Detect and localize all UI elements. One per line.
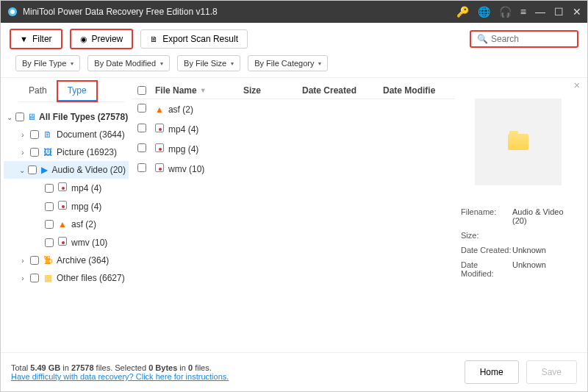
svg-point-1 xyxy=(10,10,15,14)
by-file-type-dropdown[interactable]: By File Type▾ xyxy=(15,55,80,71)
tree-node-asf[interactable]: ▲ asf (2) xyxy=(4,215,129,233)
collapse-icon[interactable]: ⌄ xyxy=(7,113,12,121)
expand-icon[interactable]: › xyxy=(18,257,27,265)
expand-icon[interactable]: › xyxy=(18,149,27,157)
meta-filename-value: Audio & Video (20) xyxy=(512,207,576,225)
home-button[interactable]: Home xyxy=(465,360,519,384)
globe-icon[interactable]: 🌐 xyxy=(478,6,490,18)
minimize-icon[interactable]: — xyxy=(535,6,545,18)
col-header-size[interactable]: Size xyxy=(243,85,302,96)
tree-node-archive[interactable]: › 🗜 Archive (364) xyxy=(4,252,129,269)
tree-label: Document (3644) xyxy=(57,129,125,140)
help-link[interactable]: Have difficulty with data recovery? Clic… xyxy=(11,372,229,381)
close-icon[interactable]: ✕ xyxy=(573,6,581,18)
picture-icon: 🖼 xyxy=(42,147,54,157)
selected-bytes: 0 Bytes xyxy=(148,363,177,372)
export-button-label: Export Scan Result xyxy=(162,34,238,44)
mp4-icon xyxy=(155,124,164,135)
by-file-category-dropdown[interactable]: By File Category▾ xyxy=(248,55,328,71)
tree-node-document[interactable]: › 🗎 Document (3644) xyxy=(4,126,129,143)
meta-created-value: Unknown xyxy=(512,246,576,254)
row-checkbox[interactable] xyxy=(137,143,146,152)
total-files: 27578 xyxy=(71,363,94,372)
by-file-size-dropdown[interactable]: By File Size▾ xyxy=(177,55,240,71)
save-button[interactable]: Save xyxy=(526,360,577,384)
tab-path[interactable]: Path xyxy=(18,81,57,101)
key-icon[interactable]: 🔑 xyxy=(456,6,469,18)
app-window: MiniTool Power Data Recovery Free Editio… xyxy=(0,0,588,392)
headset-icon[interactable]: 🎧 xyxy=(499,6,512,18)
sidebar: Path Type ⌄ 🖥 All File Types (27578) › 🗎… xyxy=(1,78,132,352)
select-all-checkbox[interactable] xyxy=(137,86,146,95)
footer-buttons: Home Save xyxy=(465,360,577,384)
mpg-icon xyxy=(57,201,68,212)
tree-checkbox[interactable] xyxy=(45,184,54,193)
vlc-icon: ▲ xyxy=(155,104,164,115)
tree-node-audio-video[interactable]: ⌄ ▶ Audio & Video (20) xyxy=(4,161,129,179)
preview-button[interactable]: ◉ Preview xyxy=(70,29,134,49)
chevron-down-icon: ▾ xyxy=(318,60,321,67)
list-item[interactable]: mpg (4) xyxy=(132,139,455,159)
tree-label: mpg (4) xyxy=(71,202,101,212)
tree-checkbox[interactable] xyxy=(30,130,39,139)
row-filename: asf (2) xyxy=(168,104,193,115)
list-item[interactable]: ▲asf (2) xyxy=(132,99,455,119)
row-checkbox[interactable] xyxy=(137,104,146,113)
vlc-icon: ▲ xyxy=(57,219,68,229)
tab-type[interactable]: Type xyxy=(57,81,97,101)
tree-checkbox[interactable] xyxy=(30,148,39,157)
by-date-modified-label: By Date Modified xyxy=(94,59,156,68)
search-icon: 🔍 xyxy=(477,34,488,44)
tree-checkbox[interactable] xyxy=(45,238,54,247)
tree-checkbox[interactable] xyxy=(28,165,37,174)
expand-icon[interactable]: › xyxy=(18,274,27,282)
app-logo-icon xyxy=(7,6,18,18)
preview-close-icon[interactable]: × xyxy=(574,79,580,91)
tree-label: All File Types (27578) xyxy=(39,112,128,122)
tree-node-mp4[interactable]: mp4 (4) xyxy=(4,179,129,197)
tree-checkbox[interactable] xyxy=(45,202,54,211)
meta-filename-key: Filename: xyxy=(461,207,512,225)
col-header-created[interactable]: Date Created xyxy=(302,85,383,96)
tree-node-all[interactable]: ⌄ 🖥 All File Types (27578) xyxy=(4,108,129,126)
chevron-down-icon: ▾ xyxy=(71,60,74,67)
window-title: MiniTool Power Data Recovery Free Editio… xyxy=(23,7,456,17)
tree-label: Audio & Video (20) xyxy=(51,165,126,175)
tree-checkbox[interactable] xyxy=(15,113,24,121)
tree-label: Archive (364) xyxy=(57,255,109,266)
expand-icon[interactable]: › xyxy=(18,131,27,139)
tree-label: mp4 (4) xyxy=(71,183,101,193)
search-box[interactable]: 🔍 xyxy=(470,30,578,48)
footer-totals: Total 5.49 GB in 27578 files. Selected 0… xyxy=(11,363,229,372)
by-date-modified-dropdown[interactable]: By Date Modified▾ xyxy=(87,55,170,71)
tree-label: wmv (10) xyxy=(71,238,107,248)
col-header-name[interactable]: File Name ▼ xyxy=(155,85,243,96)
file-list-header: File Name ▼ Size Date Created Date Modif… xyxy=(132,82,455,99)
by-file-category-label: By File Category xyxy=(254,59,314,68)
total-size: 5.49 GB xyxy=(30,363,60,372)
row-filename: mp4 (4) xyxy=(168,124,198,135)
tree-node-mpg[interactable]: mpg (4) xyxy=(4,197,129,215)
tree-checkbox[interactable] xyxy=(30,256,39,265)
search-input[interactable] xyxy=(491,34,571,44)
file-type-tree: ⌄ 🖥 All File Types (27578) › 🗎 Document … xyxy=(1,107,132,288)
meta-modified-value: Unknown xyxy=(512,260,576,278)
filter-button[interactable]: ▼ Filter xyxy=(10,29,62,49)
collapse-icon[interactable]: ⌄ xyxy=(18,166,25,174)
col-header-modified[interactable]: Date Modifie xyxy=(383,85,449,96)
row-checkbox[interactable] xyxy=(137,124,146,132)
tree-checkbox[interactable] xyxy=(30,274,39,282)
list-item[interactable]: wmv (10) xyxy=(132,159,455,179)
tree-node-wmv[interactable]: wmv (10) xyxy=(4,233,129,252)
row-checkbox[interactable] xyxy=(137,163,146,172)
tree-checkbox[interactable] xyxy=(45,220,54,229)
export-button[interactable]: 🗎 Export Scan Result xyxy=(140,29,248,49)
chevron-down-icon: ▾ xyxy=(160,60,163,67)
mp4-icon xyxy=(57,182,68,193)
menu-icon[interactable]: ≡ xyxy=(520,6,526,18)
maximize-icon[interactable]: ☐ xyxy=(554,6,564,18)
tree-node-picture[interactable]: › 🖼 Picture (16923) xyxy=(4,143,129,161)
tree-node-other[interactable]: › ▦ Other files (6627) xyxy=(4,269,129,287)
filter-button-label: Filter xyxy=(32,34,52,44)
list-item[interactable]: mp4 (4) xyxy=(132,119,455,139)
